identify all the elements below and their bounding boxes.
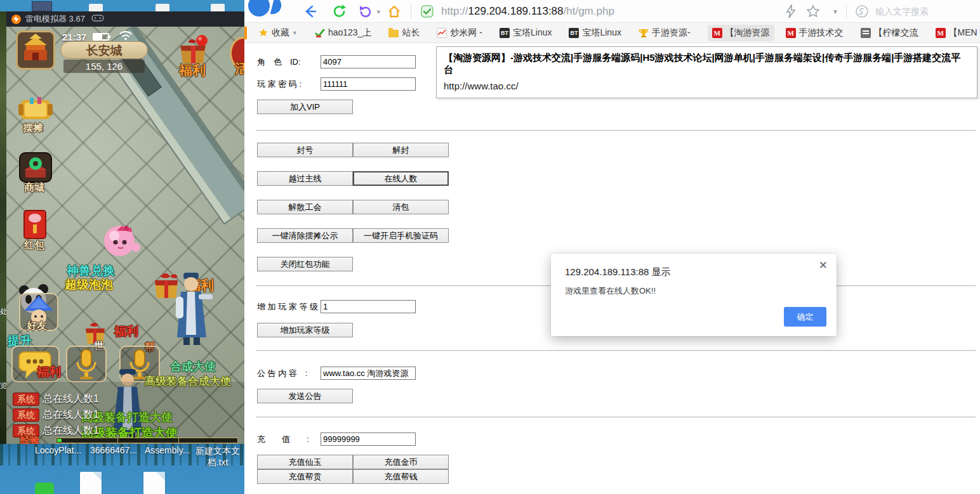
minimap-button[interactable] [16,30,55,70]
browser-window: ▼ http://129.204.189.113:88/ht/gm.php ▼ [244,0,980,494]
divider [256,350,976,351]
clear-bag-button[interactable]: 清包 [353,200,449,214]
search-engine-icon[interactable] [855,4,869,21]
welfare-top-label: 福利 [179,62,206,79]
bookmark-shouyou[interactable]: 手游资源- [639,27,691,39]
add-level-input[interactable] [321,300,416,313]
exp-bar [56,438,238,443]
activity-label: 活 [235,60,244,77]
browser-logo-icon [270,0,283,16]
bookmark-favorites[interactable]: 收藏 ▼ [258,27,298,39]
send-notice-button[interactable]: 发送公告 [257,389,353,403]
refresh-button[interactable] [332,4,347,22]
recharge-xianyu-button[interactable]: 充值仙玉 [257,455,353,469]
exp-fill [57,439,62,442]
bookmark-men[interactable]: M 【MEN [936,27,977,39]
desktop-icon-label[interactable]: 36666467... [90,445,137,455]
clear-stall-button[interactable]: 一键清除摆摊公示 [257,228,353,243]
desktop-app-icon[interactable] [35,483,54,494]
recharge-bangqian-button[interactable]: 充值帮钱 [353,469,449,484]
add-level-label: 增 加 玩 家 等 级 : [257,300,322,314]
bookmark-label: 站长 [402,27,420,39]
bookmark-label: 宝塔Linux [513,27,552,39]
bookmarks-bar: 收藏 ▼ hao123_上 站长 炒米网 - BT 宝塔Linux BT 宝塔 [244,23,980,43]
back-button[interactable] [303,4,318,22]
redpacket-button[interactable] [20,209,50,241]
bookmark-label: 收藏 [272,27,289,39]
npc-synth-ambassador[interactable] [168,271,214,350]
emulator-titlebar[interactable]: 雷电模拟器 3.67 [6,11,244,27]
chat-text: 总在线人数1 [43,408,99,422]
divider [256,417,976,418]
friend-label: 好友 [27,320,47,333]
screen: 处 览 LocoyPlat... 36666467... Assembly...… [0,0,980,494]
chat-text: 总在线人数1 [43,393,99,406]
role-id-input[interactable] [321,55,416,68]
url-host: 129.204.189.113:88 [468,5,564,17]
bookmark-baota-1[interactable]: BT 宝塔Linux [500,27,552,39]
tooltip-url: http://www.tao.cc/ [444,81,970,91]
bt-icon: BT [569,28,579,38]
address-bar[interactable]: http://129.204.189.113:88/ht/gm.php [441,5,614,18]
bookmark-chaomi[interactable]: 炒米网 - [437,27,482,39]
home-button[interactable] [387,4,402,22]
join-vip-button[interactable]: 加入VIP [257,100,353,114]
add-level-button[interactable]: 增加玩家等级 [257,323,353,337]
m-icon: M [786,28,796,38]
undo-history-button[interactable] [357,4,373,22]
stall-button[interactable] [17,95,54,124]
unban-button[interactable]: 解封 [353,143,449,157]
star-icon [258,28,268,38]
recharge-gold-button[interactable]: 充值金币 [353,455,449,469]
browser-logo-icon[interactable] [248,0,270,16]
desktop-icon-label[interactable]: Assembly... [145,445,190,455]
desktop-icon-top [156,4,169,11]
desktop-icon-label[interactable]: 新建文本文档.txt [192,445,243,468]
system-badge: 系统 [13,393,39,406]
bookmark-label: 宝塔Linux [582,27,621,39]
password-input[interactable] [321,77,416,91]
bookmark-tooltip: 【淘游资源网】-游戏技术交流|手游服务端源码|H5游戏技术论坛|网游单机|手游服… [436,46,977,98]
recharge-label: 充 值 : [257,432,309,446]
gamepad-icon [91,13,104,25]
enable-sms-button[interactable]: 一键开启手机验证码 [353,228,449,243]
online-count-button[interactable]: 在线人数 [353,171,449,186]
bookmark-shouyou-tech[interactable]: M 手游技术交 [786,27,844,39]
bookmark-hao123[interactable]: hao123_上 [315,27,372,39]
undo-dropdown-caret[interactable]: ▼ [376,9,381,15]
desktop-icon-label[interactable]: LocoyPlat... [35,445,81,455]
flash-icon[interactable] [784,4,798,21]
dialog-ok-button[interactable]: 确定 [784,307,826,327]
bookmark-ningmeng[interactable]: 【柠檬交流 [861,27,918,39]
dissolve-guild-button[interactable]: 解散工会 [257,200,353,214]
bookmark-label: 炒米网 - [450,27,482,39]
recharge-input[interactable] [321,432,416,446]
ban-button[interactable]: 封号 [257,143,353,157]
game-screen[interactable]: 21:37 长安城 155, 126 福利 活 摆摊 商城 [6,27,244,444]
recharge-banggong-button[interactable]: 充值帮贡 [257,469,353,484]
mall-button[interactable] [19,152,52,183]
bookmark-zhanzhang[interactable]: 站长 [388,27,420,39]
m-icon: M [936,28,946,38]
bookmark-taoyou[interactable]: M 【淘游资源 [708,25,774,41]
search-input[interactable]: 输入文字搜索 [875,6,929,18]
desktop-file-icon[interactable] [143,472,165,494]
m-icon: M [712,28,722,38]
bt-icon: BT [500,28,510,38]
location-banner: 长安城 [60,41,148,59]
site-safety-icon[interactable] [420,4,435,22]
notice-label: 公 告 内 容 : [257,367,307,380]
skip-mainline-button[interactable]: 越过主线 [257,171,353,186]
close-redpacket-button[interactable]: 关闭红包功能 [257,257,353,271]
favorite-star-icon[interactable] [806,4,820,21]
bookmark-baota-2[interactable]: BT 宝塔Linux [569,27,621,39]
bookmark-label: 手游资源- [652,27,691,39]
pink-pet[interactable] [103,223,142,261]
desktop-file-icon[interactable] [80,472,102,494]
ldplayer-logo-icon [11,15,21,24]
world-voice-button[interactable] [66,346,107,382]
close-icon[interactable]: ✕ [819,259,828,272]
notice-input[interactable] [321,367,416,380]
bookmark-label: 【淘游资源 [725,27,770,39]
toolbar-dropdown-caret[interactable]: ▼ [832,8,838,15]
